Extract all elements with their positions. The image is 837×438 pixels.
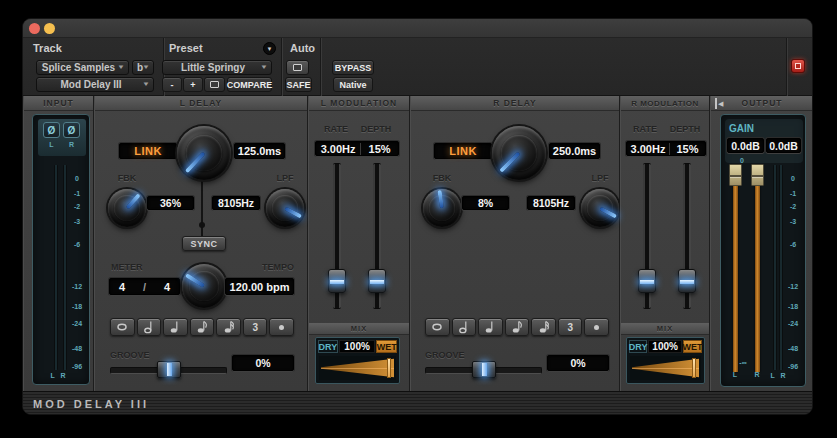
librarian-menu-button[interactable] bbox=[204, 77, 225, 92]
format-label: Native bbox=[339, 80, 366, 90]
track-variant-dropdown[interactable]: b ▼ bbox=[132, 60, 154, 75]
l-delay-feedback-knob[interactable] bbox=[108, 189, 146, 227]
r-mod-depth-slider[interactable] bbox=[678, 269, 696, 293]
l-mod-depth-value[interactable]: 15% bbox=[361, 143, 398, 155]
l-mix-slider[interactable] bbox=[319, 356, 396, 380]
l-mix-slider-handle[interactable] bbox=[387, 358, 391, 377]
r-mod-rate-slider[interactable] bbox=[638, 269, 656, 293]
note-eighth-button[interactable] bbox=[505, 318, 530, 336]
r-mod-depth-value[interactable]: 15% bbox=[670, 143, 705, 155]
output-fader-right-track[interactable] bbox=[755, 170, 760, 372]
r-mix-panel: DRY 100% WET bbox=[626, 337, 705, 384]
r-delay-groove-slider[interactable] bbox=[472, 361, 496, 378]
window-titlebar[interactable] bbox=[23, 19, 812, 38]
l-mod-depth-slider[interactable] bbox=[368, 269, 386, 293]
r-mod-value-display[interactable]: 3.00Hz 15% bbox=[626, 141, 706, 156]
l-delay-tempo-knob[interactable] bbox=[182, 264, 226, 308]
l-delay-time-knob[interactable] bbox=[177, 126, 231, 180]
l-mix-value[interactable]: 100% bbox=[339, 340, 376, 353]
note-quarter-button[interactable] bbox=[163, 318, 188, 336]
l-delay-time-display[interactable]: 125.0ms bbox=[234, 143, 285, 159]
l-lpf-label: LPF bbox=[271, 173, 299, 183]
plugin-format-button[interactable]: Native bbox=[333, 77, 373, 92]
automation-enable-button[interactable] bbox=[286, 60, 309, 75]
input-right-label: R bbox=[63, 141, 80, 148]
l-delay-sync-button[interactable]: SYNC bbox=[182, 236, 226, 251]
depth-label: DEPTH bbox=[667, 124, 703, 134]
r-delay-lpf-knob[interactable] bbox=[581, 189, 619, 227]
close-window-button[interactable] bbox=[29, 23, 40, 34]
chevron-down-icon: ▼ bbox=[117, 64, 125, 70]
r-delay-groove-display[interactable]: 0% bbox=[547, 355, 609, 371]
output-gain-left-display[interactable]: 0.0dB bbox=[727, 138, 764, 153]
note-whole-button[interactable] bbox=[110, 318, 135, 336]
output-fader-left-track[interactable] bbox=[733, 170, 738, 372]
output-gain-right-display[interactable]: 0.0dB bbox=[766, 138, 801, 153]
l-mod-rate-slider[interactable] bbox=[328, 269, 346, 293]
automation-safe-button[interactable]: SAFE bbox=[285, 77, 312, 92]
note-sixteenth-button[interactable] bbox=[531, 318, 556, 336]
r-delay-time-display[interactable]: 250.0ms bbox=[549, 143, 600, 159]
wet-label: WET bbox=[683, 340, 702, 353]
l-delay-lpf-knob[interactable] bbox=[266, 189, 304, 227]
tempo-label: TEMPO bbox=[251, 262, 294, 272]
r-delay-note-value-row: 3 bbox=[425, 318, 609, 336]
target-window-button[interactable] bbox=[791, 59, 805, 73]
note-half-button[interactable] bbox=[137, 318, 162, 336]
note-quarter-button[interactable] bbox=[478, 318, 503, 336]
l-delay-meter-display[interactable]: 4/4 bbox=[109, 278, 180, 295]
note-half-button[interactable] bbox=[452, 318, 477, 336]
phase-invert-left-button[interactable]: Ø bbox=[43, 122, 60, 138]
r-mix-slider[interactable] bbox=[630, 356, 701, 380]
previous-preset-button[interactable]: - bbox=[162, 77, 182, 92]
r-mod-rate-value[interactable]: 3.00Hz bbox=[627, 143, 670, 155]
note-eighth-button[interactable] bbox=[190, 318, 215, 336]
l-delay-groove-display[interactable]: 0% bbox=[232, 355, 294, 371]
l-fbk-label: FBK bbox=[113, 173, 141, 183]
r-delay-feedback-display[interactable]: 8% bbox=[462, 196, 509, 210]
l-delay-lpf-display[interactable]: 8105Hz bbox=[212, 196, 260, 210]
meter-label: METER bbox=[111, 262, 153, 272]
preset-section-label: Preset bbox=[169, 42, 203, 55]
r-delay-time-knob[interactable] bbox=[492, 126, 546, 180]
l-delay-link-button[interactable]: LINK bbox=[119, 143, 177, 159]
note-sixteenth-button[interactable] bbox=[216, 318, 241, 336]
header-divider bbox=[281, 38, 283, 96]
preset-menu-icon[interactable]: ▼ bbox=[263, 42, 276, 55]
sync-label: SYNC bbox=[190, 239, 217, 249]
r-delay-lpf-display[interactable]: 8105Hz bbox=[527, 196, 575, 210]
r-delay-link-button[interactable]: LINK bbox=[434, 143, 492, 159]
track-selector-dropdown[interactable]: Splice Samples ▼ bbox=[36, 60, 129, 75]
dotted-note-button[interactable] bbox=[269, 318, 294, 336]
next-preset-button[interactable]: + bbox=[183, 77, 203, 92]
input-left-label: L bbox=[43, 141, 60, 148]
r-delay-feedback-knob[interactable] bbox=[423, 189, 461, 227]
phase-invert-right-button[interactable]: Ø bbox=[63, 122, 80, 138]
r-modulation-section-header: R MODULATION bbox=[621, 96, 709, 111]
l-mod-value-display[interactable]: 3.00Hz 15% bbox=[315, 141, 399, 156]
safe-label: SAFE bbox=[286, 80, 310, 90]
collapse-left-icon[interactable]: ◀ bbox=[715, 98, 723, 109]
bypass-label: BYPASS bbox=[335, 63, 371, 73]
l-delay-groove-slider[interactable] bbox=[157, 361, 181, 378]
l-mod-rate-value[interactable]: 3.00Hz bbox=[316, 143, 361, 155]
preset-selector-dropdown[interactable]: Little Springy ▼ bbox=[162, 60, 272, 75]
r-mix-slider-handle[interactable] bbox=[692, 358, 696, 377]
compare-button[interactable]: COMPARE bbox=[227, 77, 272, 92]
insert-plugin-dropdown[interactable]: Mod Delay III ▼ bbox=[36, 77, 154, 92]
l-delay-tempo-display[interactable]: 120.00 bpm bbox=[225, 278, 294, 295]
sync-connector-dot bbox=[199, 222, 205, 228]
l-delay-feedback-display[interactable]: 36% bbox=[147, 196, 194, 210]
r-fbk-label: FBK bbox=[428, 173, 456, 183]
r-mix-value[interactable]: 100% bbox=[648, 340, 682, 353]
minimize-window-button[interactable] bbox=[44, 23, 55, 34]
dotted-note-button[interactable] bbox=[584, 318, 609, 336]
triplet-button[interactable]: 3 bbox=[243, 318, 268, 336]
input-meter-panel: Ø Ø L R 0 -1 -2 -3 -6 -12 -18 -24 -48 -9… bbox=[32, 114, 90, 385]
note-whole-button[interactable] bbox=[425, 318, 450, 336]
bypass-button[interactable]: BYPASS bbox=[332, 60, 374, 75]
r-delay-section-header: R DELAY bbox=[411, 96, 619, 111]
output-fader-left-handle[interactable] bbox=[729, 164, 742, 186]
triplet-button[interactable]: 3 bbox=[558, 318, 583, 336]
output-fader-right-handle[interactable] bbox=[751, 164, 764, 186]
